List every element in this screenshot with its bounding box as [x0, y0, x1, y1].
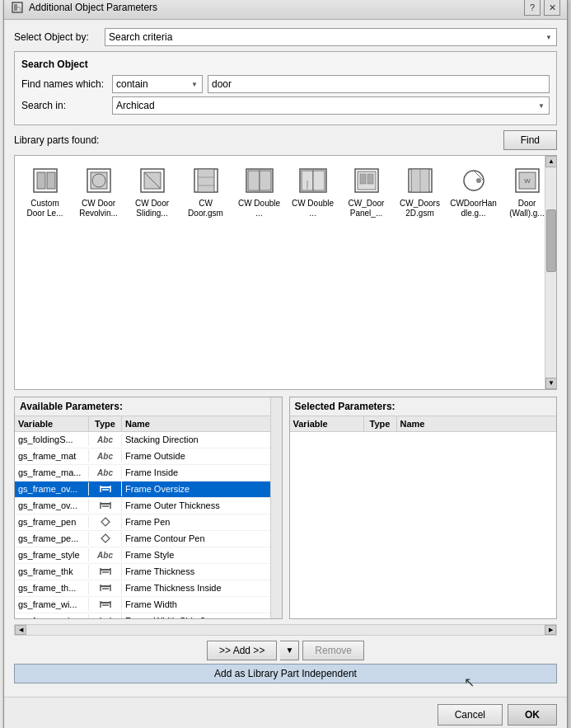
svg-rect-4	[47, 172, 55, 189]
help-button[interactable]: ?	[524, 0, 541, 16]
library-grid: Custom Door Le... CW Door Revolvin...	[15, 156, 557, 227]
params-section: Available Parameters: Variable Type Name…	[14, 397, 557, 619]
selected-params-title: Selected Parameters:	[290, 397, 557, 416]
dialog: Additional Object Parameters ? ✕ Select …	[3, 0, 568, 728]
search-in-row: Search in: Archicad All Libraries	[21, 96, 550, 115]
available-params-body: gs_foldingS... Abc Stacking Direction gs…	[15, 432, 282, 618]
search-in-label: Search in:	[21, 100, 112, 111]
sel-col-variable-header: Variable	[290, 416, 364, 431]
param-row[interactable]: gs_frame_style Abc Frame Style	[15, 547, 282, 564]
add-lib-container: Add as Library Part Independent ↖	[14, 664, 557, 683]
remove-button[interactable]: Remove	[302, 641, 364, 660]
col-variable-header: Variable	[15, 416, 89, 431]
svg-rect-136	[101, 585, 110, 587]
available-params-panel: Available Parameters: Variable Type Name…	[14, 397, 283, 619]
available-params-title: Available Parameters:	[15, 397, 282, 416]
select-object-row: Select Object by: Search criteria	[14, 28, 557, 46]
params-header: Variable Type Name	[15, 416, 282, 432]
list-item[interactable]: CW Double ...	[286, 159, 339, 223]
select-object-dropdown[interactable]: Search criteria	[105, 28, 557, 46]
find-button[interactable]: Find	[503, 130, 557, 150]
svg-rect-24	[360, 174, 366, 184]
list-item[interactable]: CWDoorHandle.g...	[447, 159, 500, 223]
title-bar: Additional Object Parameters ? ✕	[4, 0, 567, 20]
col-type-header: Type	[89, 416, 122, 431]
param-row[interactable]: gs_frame_th... Frame Thickness Inside	[15, 580, 282, 597]
list-item[interactable]: CW_Doors 2D.gsm	[393, 159, 447, 223]
param-row[interactable]: gs_foldingS... Abc Stacking Direction	[15, 432, 282, 449]
svg-rect-6	[91, 172, 107, 189]
svg-point-31	[476, 178, 481, 183]
dialog-footer: Cancel OK	[4, 697, 567, 729]
search-in-select-wrap: Archicad All Libraries	[112, 96, 550, 115]
bottom-controls: ◀ ▶ >> Add >> ▼ Remove Add as Library Pa…	[14, 624, 557, 683]
param-row[interactable]: gs_frame_mat Abc Frame Outside	[15, 449, 282, 465]
param-row[interactable]: gs_frame_pe... Frame Contour Pen	[15, 531, 282, 547]
close-button[interactable]: ✕	[544, 0, 560, 16]
col-name-header: Name	[122, 416, 282, 431]
add-button[interactable]: >> Add >>	[207, 641, 277, 660]
list-item[interactable]: CW_Door Panel_...	[339, 159, 393, 223]
selected-params-header: Variable Type Name	[290, 416, 557, 432]
library-scrollbar[interactable]: ▲ ▼	[545, 156, 556, 389]
select-object-label: Select Object by:	[14, 31, 105, 43]
search-in-dropdown[interactable]: Archicad All Libraries	[112, 96, 550, 115]
find-names-label: Find names which:	[21, 78, 112, 90]
svg-rect-20	[313, 171, 325, 190]
svg-rect-140	[101, 602, 110, 604]
selected-params-body	[290, 432, 557, 618]
param-row[interactable]: gs_frame_wi... Frame Width Side 2	[15, 613, 282, 618]
svg-rect-124	[101, 486, 110, 488]
selected-params-panel: Selected Parameters: Variable Type Name	[289, 397, 558, 619]
find-text-input[interactable]	[208, 75, 550, 93]
svg-rect-3	[37, 172, 45, 189]
title-bar-controls: ? ✕	[524, 0, 560, 16]
find-names-row: Find names which: contain start with end…	[21, 75, 550, 93]
search-object-title: Search Object	[21, 59, 550, 70]
find-contains-select-wrap: contain start with end with equal	[112, 75, 203, 93]
param-row[interactable]: gs_frame_ov... Frame Oversize	[15, 481, 282, 498]
param-row[interactable]: gs_frame_pen Frame Pen	[15, 514, 282, 531]
svg-rect-17	[260, 171, 271, 190]
list-item[interactable]: CW Door Sliding...	[125, 159, 179, 223]
list-item[interactable]: Custom Door Le...	[18, 159, 72, 223]
scroll-down-btn[interactable]: ▼	[545, 378, 557, 389]
sel-col-type-header: Type	[364, 416, 397, 431]
svg-rect-128	[101, 503, 110, 505]
add-dropdown-button[interactable]: ▼	[280, 641, 299, 660]
param-row[interactable]: gs_frame_thk Frame Thickness	[15, 564, 282, 580]
param-row[interactable]: gs_frame_ma... Abc Frame Inside	[15, 465, 282, 481]
scroll-up-btn[interactable]: ▲	[545, 156, 557, 167]
svg-rect-25	[367, 174, 373, 184]
find-contains-dropdown[interactable]: contain start with end with equal	[112, 75, 203, 93]
param-row[interactable]: gs_frame_ov... Frame Outer Thickness	[15, 498, 282, 514]
add-lib-button[interactable]: Add as Library Part Independent	[14, 664, 557, 683]
search-object-group: Search Object Find names which: contain …	[14, 51, 557, 125]
scroll-left-btn[interactable]: ◀	[15, 625, 26, 635]
add-remove-row: >> Add >> ▼ Remove	[14, 641, 557, 660]
dialog-icon	[11, 1, 24, 14]
list-item[interactable]: CW Double ...	[232, 159, 286, 223]
svg-rect-16	[248, 171, 260, 190]
svg-rect-132	[101, 569, 110, 571]
lib-parts-label: Library parts found:	[14, 134, 105, 146]
params-scrollbar-h[interactable]: ◀ ▶	[14, 624, 557, 636]
scroll-thumb	[546, 209, 556, 273]
ok-button[interactable]: OK	[508, 704, 557, 726]
svg-rect-12	[198, 169, 214, 192]
scroll-right-btn[interactable]: ▶	[545, 625, 556, 635]
cancel-button[interactable]: Cancel	[438, 704, 503, 726]
svg-rect-1	[14, 4, 17, 11]
dialog-title: Additional Object Parameters	[29, 2, 157, 13]
list-item[interactable]: CW Door.gsm	[179, 159, 232, 223]
library-grid-container[interactable]: Custom Door Le... CW Door Revolvin...	[14, 155, 557, 390]
sel-col-name-header: Name	[397, 416, 557, 431]
param-row[interactable]: gs_frame_wi... Frame Width	[15, 597, 282, 613]
list-item[interactable]: CW Door Revolvin...	[72, 159, 125, 223]
lib-parts-row: Library parts found: Find	[14, 130, 557, 150]
svg-text:W: W	[524, 177, 531, 185]
